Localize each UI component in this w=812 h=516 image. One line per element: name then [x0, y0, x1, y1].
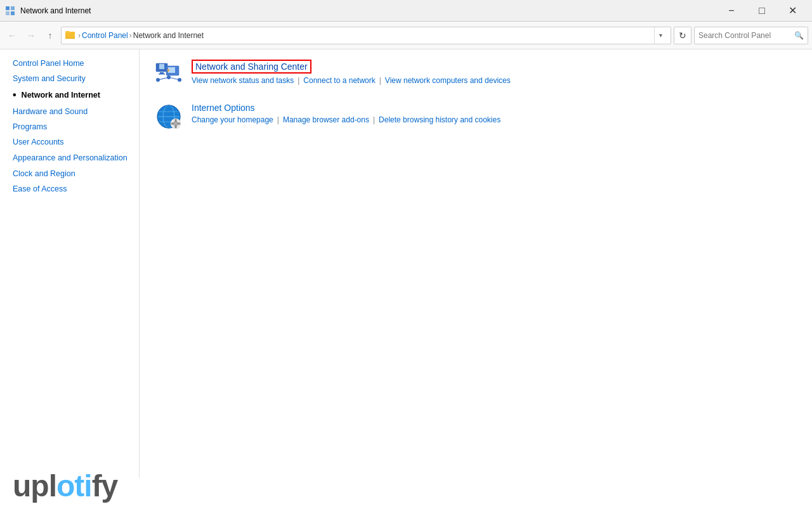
svg-rect-0 [6, 6, 10, 10]
svg-rect-8 [159, 64, 164, 69]
view-network-computers-link[interactable]: View network computers and devices [385, 76, 511, 85]
sidebar-item-ease-of-access[interactable]: Ease of Access [0, 181, 139, 197]
refresh-button[interactable]: ↻ [674, 27, 691, 44]
svg-rect-29 [171, 123, 174, 125]
view-network-status-link[interactable]: View network status and tasks [192, 76, 294, 85]
network-sharing-center-links: View network status and tasks | Connect … [192, 76, 797, 85]
address-dropdown-button[interactable]: ▾ [654, 27, 667, 44]
internet-options-links: Change your homepage | Manage browser ad… [192, 115, 797, 124]
svg-rect-6 [65, 32, 75, 38]
link-separator-2: | [379, 76, 381, 85]
internet-options-title[interactable]: Internet Options [192, 103, 255, 113]
address-bar: ← → ↑ › Control Panel › Network and Inte… [0, 22, 812, 49]
sidebar: Control Panel Home System and Security N… [0, 49, 140, 478]
svg-line-16 [158, 77, 169, 80]
address-field[interactable]: › Control Panel › Network and Internet ▾ [61, 27, 671, 44]
svg-point-26 [173, 121, 178, 126]
internet-options-item: Internet Options Change your homepage | … [155, 103, 797, 131]
delete-browsing-history-link[interactable]: Delete browsing history and cookies [379, 115, 501, 124]
forward-button[interactable]: → [23, 27, 39, 44]
link-separator-1: | [298, 76, 299, 85]
breadcrumb: › Control Panel › Network and Internet [78, 31, 652, 40]
network-sharing-center-item: Network and Sharing Center View network … [155, 60, 797, 87]
title-bar: Network and Internet − □ ✕ [0, 0, 812, 22]
svg-rect-10 [159, 74, 165, 75]
svg-rect-30 [178, 123, 180, 125]
title-bar-controls: − □ ✕ [717, 1, 807, 20]
sidebar-item-control-panel-home[interactable]: Control Panel Home [0, 56, 139, 71]
breadcrumb-separator-start: › [78, 31, 81, 40]
connect-to-network-link[interactable]: Connect to a network [303, 76, 375, 85]
maximize-button[interactable]: □ [747, 1, 776, 20]
network-sharing-center-title[interactable]: Network and Sharing Center [192, 60, 311, 74]
svg-rect-27 [175, 119, 177, 122]
sidebar-item-hardware-and-sound[interactable]: Hardware and Sound [0, 104, 139, 119]
network-sharing-center-icon [155, 60, 183, 87]
link-separator-3: | [277, 115, 279, 124]
up-button[interactable]: ↑ [42, 27, 58, 44]
svg-rect-28 [175, 126, 177, 128]
svg-rect-1 [11, 6, 15, 10]
folder-icon [65, 30, 75, 41]
search-box[interactable]: 🔍 [694, 27, 808, 44]
content-area: Network and Sharing Center View network … [140, 49, 812, 478]
sidebar-item-programs[interactable]: Programs [0, 119, 139, 134]
search-icon: 🔍 [794, 31, 804, 40]
breadcrumb-segment2[interactable]: Network and Internet [133, 31, 204, 40]
window-icon [5, 6, 15, 16]
minimize-button[interactable]: − [717, 1, 746, 20]
link-separator-4: | [373, 115, 375, 124]
manage-addons-link[interactable]: Manage browser add-ons [283, 115, 369, 124]
back-button[interactable]: ← [4, 27, 20, 44]
sidebar-item-user-accounts[interactable]: User Accounts [0, 134, 139, 150]
sidebar-item-system-and-security[interactable]: System and Security [0, 71, 139, 86]
svg-rect-2 [6, 11, 10, 15]
main-layout: Control Panel Home System and Security N… [0, 49, 812, 478]
sidebar-item-network-and-internet[interactable]: Network and Internet [0, 86, 139, 104]
breadcrumb-segment1[interactable]: Control Panel [82, 31, 128, 40]
title-bar-left: Network and Internet [5, 6, 91, 16]
sidebar-item-appearance-and-personalization[interactable]: Appearance and Personalization [0, 150, 139, 166]
breadcrumb-separator1: › [129, 31, 132, 40]
svg-line-17 [169, 77, 180, 80]
sidebar-item-clock-and-region[interactable]: Clock and Region [0, 166, 139, 181]
change-homepage-link[interactable]: Change your homepage [192, 115, 273, 124]
search-input[interactable] [698, 31, 792, 40]
svg-rect-9 [160, 72, 164, 74]
internet-options-details: Internet Options Change your homepage | … [192, 103, 797, 124]
close-button[interactable]: ✕ [778, 1, 807, 20]
internet-options-icon [155, 103, 183, 131]
network-sharing-center-details: Network and Sharing Center View network … [192, 60, 797, 85]
svg-rect-3 [11, 11, 15, 15]
window-title: Network and Internet [20, 6, 91, 15]
